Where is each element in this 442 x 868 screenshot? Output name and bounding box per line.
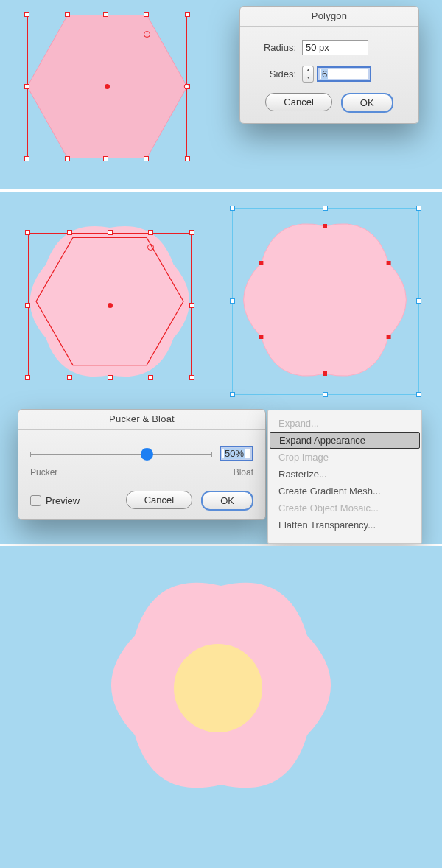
panel-final-flower bbox=[0, 546, 442, 868]
selection-bounding-box bbox=[27, 15, 187, 158]
menu-item-crop-image: Crop Image bbox=[268, 449, 421, 466]
object-menu: Expand...Expand AppearanceCrop ImageRast… bbox=[267, 410, 422, 544]
resize-handle-se[interactable] bbox=[189, 375, 194, 380]
menu-item-rasterize[interactable]: Rasterize... bbox=[268, 466, 421, 483]
resize-handle-se[interactable] bbox=[416, 392, 421, 397]
resize-handle-n[interactable] bbox=[108, 230, 113, 235]
dialog-title: Polygon bbox=[240, 7, 418, 27]
cancel-button[interactable]: Cancel bbox=[265, 93, 332, 111]
menu-item-create-object-mosaic: Create Object Mosaic... bbox=[268, 500, 421, 517]
ok-button[interactable]: OK bbox=[341, 93, 393, 113]
sides-label: Sides: bbox=[253, 69, 296, 80]
anchor-point[interactable] bbox=[65, 156, 70, 161]
anchor-point[interactable] bbox=[67, 230, 72, 235]
anchor-point[interactable] bbox=[148, 230, 153, 235]
preview-checkbox[interactable] bbox=[30, 495, 41, 506]
resize-handle-nw[interactable] bbox=[24, 12, 29, 17]
resize-handle-sw[interactable] bbox=[25, 375, 30, 380]
resize-handle-sw[interactable] bbox=[230, 392, 235, 397]
resize-handle-s[interactable] bbox=[103, 156, 108, 161]
slider-thumb[interactable] bbox=[141, 448, 153, 461]
flower-center-circle bbox=[174, 644, 262, 732]
panel-hexagon: Polygon Radius: 50 px Sides: ▴▾ 6 Cancel… bbox=[0, 0, 442, 189]
sides-stepper[interactable]: ▴▾ bbox=[302, 66, 314, 83]
radius-input[interactable]: 50 px bbox=[302, 40, 368, 55]
bloat-label: Bloat bbox=[234, 467, 253, 477]
polygon-dialog: Polygon Radius: 50 px Sides: ▴▾ 6 Cancel… bbox=[239, 6, 419, 124]
anchor-point[interactable] bbox=[148, 375, 153, 380]
chevron-down-icon: ▾ bbox=[303, 74, 313, 83]
selection-bounding-box-left bbox=[28, 233, 192, 377]
cancel-button[interactable]: Cancel bbox=[126, 491, 192, 509]
sides-input[interactable]: 6 bbox=[317, 66, 371, 82]
resize-handle-ne[interactable] bbox=[189, 230, 194, 235]
menu-item-flatten-transparency[interactable]: Flatten Transparency... bbox=[268, 517, 421, 533]
resize-handle-w[interactable] bbox=[25, 303, 30, 308]
resize-handle-n[interactable] bbox=[323, 206, 328, 211]
resize-handle-nw[interactable] bbox=[230, 206, 235, 211]
resize-handle-n[interactable] bbox=[103, 12, 108, 17]
anchor-point[interactable] bbox=[65, 12, 70, 17]
resize-handle-ne[interactable] bbox=[416, 206, 421, 211]
rotate-indicator-icon bbox=[147, 244, 154, 251]
anchor-point[interactable] bbox=[144, 12, 149, 17]
preview-label: Preview bbox=[46, 495, 80, 506]
resize-handle-w[interactable] bbox=[24, 84, 29, 89]
pucker-label: Pucker bbox=[30, 467, 234, 477]
pucker-bloat-dialog: Pucker & Bloat 50% Pucker Bloat bbox=[18, 409, 266, 520]
dialog-title: Pucker & Bloat bbox=[18, 410, 265, 430]
bloat-value-input[interactable]: 50% bbox=[220, 446, 253, 461]
pucker-bloat-slider[interactable] bbox=[30, 452, 212, 455]
resize-handle-w[interactable] bbox=[230, 298, 235, 304]
anchor-point[interactable] bbox=[67, 375, 72, 380]
chevron-up-icon: ▴ bbox=[303, 66, 313, 74]
resize-handle-e[interactable] bbox=[189, 303, 194, 308]
menu-item-create-gradient-mesh[interactable]: Create Gradient Mesh... bbox=[268, 483, 421, 500]
resize-handle-se[interactable] bbox=[185, 156, 190, 161]
shape-center-point bbox=[108, 303, 113, 308]
panel-bloat: Pucker & Bloat 50% Pucker Bloat bbox=[0, 192, 442, 544]
resize-handle-ne[interactable] bbox=[185, 12, 190, 17]
resize-handle-s[interactable] bbox=[108, 375, 113, 380]
resize-handle-nw[interactable] bbox=[25, 230, 30, 235]
resize-handle-sw[interactable] bbox=[24, 156, 29, 161]
ok-button[interactable]: OK bbox=[201, 491, 253, 511]
resize-handle-e[interactable] bbox=[416, 298, 421, 304]
selection-bounding-box-right bbox=[232, 208, 419, 395]
menu-item-expand-appearance[interactable]: Expand Appearance bbox=[270, 432, 420, 449]
resize-handle-s[interactable] bbox=[323, 392, 328, 397]
menu-item-expand: Expand... bbox=[268, 415, 421, 432]
radius-label: Radius: bbox=[253, 42, 296, 53]
anchor-point[interactable] bbox=[144, 156, 149, 161]
